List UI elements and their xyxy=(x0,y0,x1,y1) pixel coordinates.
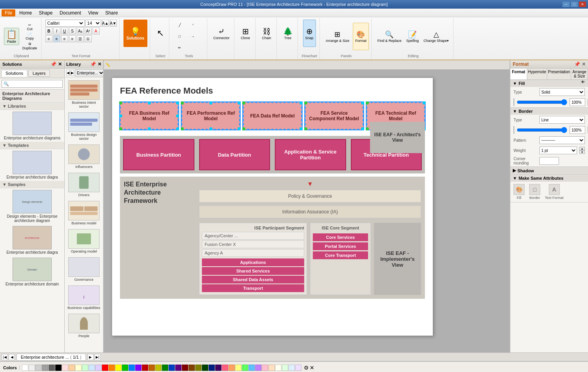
border-opacity-slider[interactable] xyxy=(517,128,567,132)
spelling-button[interactable]: 📝 Spelling xyxy=(404,23,421,50)
partition-business[interactable]: Business Partition xyxy=(123,139,194,170)
make-same-border-button[interactable]: □ Border xyxy=(529,184,540,200)
format-panel-button[interactable]: 🎨 Format xyxy=(353,23,369,50)
make-same-header[interactable]: ▼ Make Same Attributes xyxy=(510,175,588,182)
sel-tl3[interactable] xyxy=(304,101,307,105)
arrow-tool-button[interactable]: → xyxy=(187,34,199,39)
bold-button[interactable]: B xyxy=(45,27,53,34)
color-swatch-60ff60[interactable] xyxy=(242,365,248,371)
canvas-scroll[interactable]: FEA Reference Models FEA Business Ref Mo… xyxy=(104,70,510,352)
sel-bl3[interactable] xyxy=(304,127,307,130)
border-section-header[interactable]: ▼ Border xyxy=(510,108,588,115)
select-button[interactable]: ↖ xyxy=(154,20,167,47)
color-swatch-ffd0a0[interactable] xyxy=(69,365,75,371)
duplicate-button[interactable]: ⧉ Duplicate xyxy=(21,42,39,51)
library-forward-button[interactable]: ▶ xyxy=(71,70,74,76)
make-same-text-button[interactable]: A Text Format xyxy=(545,184,564,200)
sel-br[interactable] xyxy=(238,127,241,130)
applications-button[interactable]: Applications xyxy=(202,258,304,266)
partition-application-service[interactable]: Application & Service Partition xyxy=(275,139,346,170)
solutions-search-input[interactable] xyxy=(2,80,63,88)
solutions-tab-solutions[interactable]: Solutions xyxy=(1,70,27,77)
sel-bm[interactable] xyxy=(209,127,212,130)
color-swatch-008000[interactable] xyxy=(162,365,168,371)
color-swatch-000000[interactable] xyxy=(55,365,62,371)
shared-data-assets-button[interactable]: Shared Data Assets xyxy=(202,276,304,284)
weight-select[interactable]: 1 pt xyxy=(539,146,577,154)
solutions-sample-thumb1[interactable]: Design elements Design elements - Enterp… xyxy=(0,188,64,224)
solutions-sample-thumb2[interactable]: Architecture Enterprise architecture dia… xyxy=(0,224,64,256)
snap-button[interactable]: ⊕ Snap xyxy=(303,20,316,47)
transport-button[interactable]: Transport xyxy=(202,284,304,292)
color-swatch-ffffff[interactable] xyxy=(22,365,28,371)
color-swatch-00c000[interactable] xyxy=(122,365,128,371)
color-swatch-60c0ff[interactable] xyxy=(249,365,255,371)
font-grow-button[interactable]: A▲ xyxy=(102,20,109,27)
subscript-button[interactable]: A₂ xyxy=(77,27,84,34)
format-close-icon[interactable]: ✕ xyxy=(582,61,586,67)
paste-button[interactable]: 📋 Paste xyxy=(4,28,19,45)
color-swatch-e0ffe0[interactable] xyxy=(282,365,288,371)
sel-bl4[interactable] xyxy=(366,127,369,130)
color-swatch-400060[interactable] xyxy=(215,365,221,371)
align-right-button[interactable]: ≡ xyxy=(61,35,68,42)
solutions-ea-diagrams-thumb[interactable]: Enterprise architecture diagrams xyxy=(0,110,64,142)
sel-tl4[interactable] xyxy=(366,101,369,105)
color-swatch-ff8000[interactable] xyxy=(109,365,115,371)
page-last-button[interactable]: ▶| xyxy=(94,354,101,360)
library-close-icon[interactable]: ✕ xyxy=(98,61,102,67)
menu-home[interactable]: Home xyxy=(16,9,35,16)
sel-tm[interactable] xyxy=(209,101,212,105)
library-back-button[interactable]: ◀ xyxy=(66,70,70,76)
portal-services-button[interactable]: Portal Services xyxy=(313,242,368,250)
core-transport-button[interactable]: Core Transport xyxy=(313,251,368,259)
sel-br2[interactable] xyxy=(299,127,303,130)
color-swatch-ffe0e0[interactable] xyxy=(62,365,68,371)
solutions-close-icon[interactable]: ✕ xyxy=(58,61,62,67)
colors-settings-icon[interactable]: ⚙ xyxy=(304,365,309,371)
tree-button[interactable]: 🌲 Tree xyxy=(281,20,295,47)
fea-model-business[interactable]: FEA Business Ref Model xyxy=(120,102,178,130)
library-category-select[interactable]: Enterprise... xyxy=(75,69,104,76)
font-shrink-button[interactable]: A▼ xyxy=(110,20,117,27)
pattern-select[interactable]: ───── xyxy=(539,136,585,144)
color-swatch-e0f0ff[interactable] xyxy=(289,365,295,371)
color-swatch-ffc0d0[interactable] xyxy=(262,365,268,371)
solutions-section-ea[interactable]: Enterprise Architecture Diagrams xyxy=(0,90,64,103)
color-swatch-d0d0d0[interactable] xyxy=(35,365,42,371)
arrange-size-button[interactable]: ⊞ Arrange & Size xyxy=(324,23,352,50)
lib-item-8[interactable]: People xyxy=(66,312,102,339)
corner-value-input[interactable]: 0 in xyxy=(539,157,559,165)
strikethrough-button[interactable]: S xyxy=(69,27,76,34)
color-swatch-f0f0f0[interactable] xyxy=(29,365,35,371)
solutions-template-thumb1[interactable]: Enterprise architecture diagra xyxy=(0,149,64,181)
sel-tr3[interactable] xyxy=(361,101,364,105)
agency-a-box[interactable]: Agency A xyxy=(202,249,304,257)
color-swatch-ffff00[interactable] xyxy=(115,365,122,371)
font-select[interactable]: Calibri xyxy=(45,20,85,27)
sel-tl[interactable] xyxy=(181,101,184,105)
weight-down[interactable]: ▼ xyxy=(579,150,585,154)
fill-section-header[interactable]: ▼ Fill xyxy=(510,80,588,87)
solutions-templates-section[interactable]: ▼ Templates xyxy=(0,142,64,149)
lib-item-6[interactable]: Governance xyxy=(66,256,102,283)
selection-handle-tl[interactable] xyxy=(119,101,122,105)
change-shape-button[interactable]: △ Change Shape▾ xyxy=(421,23,451,50)
selection-handle-br[interactable] xyxy=(176,127,179,130)
selection-handle-bm[interactable] xyxy=(148,127,151,130)
selection-handle-ml[interactable] xyxy=(119,114,122,117)
selection-handle-bl[interactable] xyxy=(119,127,122,130)
page-first-button[interactable]: |◀ xyxy=(2,354,8,360)
clone-button[interactable]: ⊞ Clone xyxy=(239,20,252,47)
numbering-button[interactable]: ① xyxy=(85,35,92,42)
menu-document[interactable]: Document xyxy=(56,9,84,16)
color-swatch-f0e0ff[interactable] xyxy=(295,365,301,371)
rect-tool-button[interactable]: □ xyxy=(173,34,186,39)
page-next-button[interactable]: ▶ xyxy=(87,354,94,360)
selection-handle-tr[interactable] xyxy=(176,101,179,105)
sel-bl2[interactable] xyxy=(242,127,245,130)
color-swatch-804000[interactable] xyxy=(189,365,195,371)
color-swatch-d0e8ff[interactable] xyxy=(89,365,95,371)
library-pin-icon[interactable]: 📌 xyxy=(90,61,96,67)
fusion-center-box[interactable]: Fusion Center X xyxy=(202,240,304,248)
